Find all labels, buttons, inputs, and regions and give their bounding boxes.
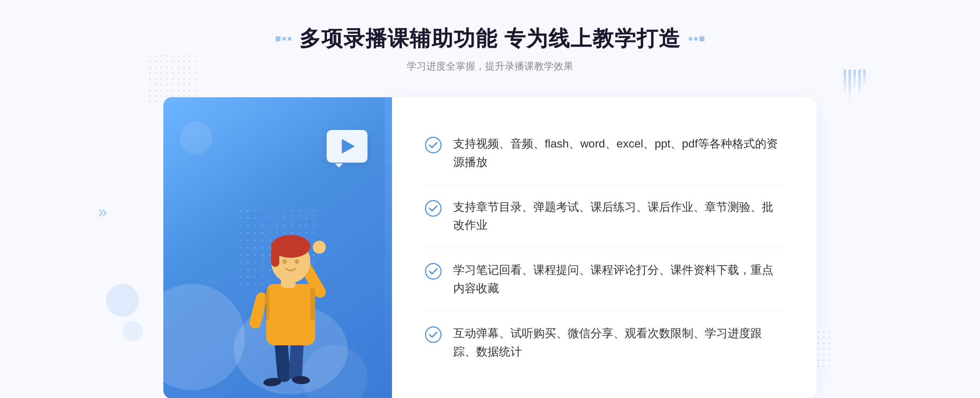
circle-decoration-3	[180, 122, 212, 154]
check-icon-4	[425, 326, 442, 343]
svg-rect-5	[266, 284, 315, 345]
accent-bar	[385, 97, 392, 398]
deco-line-1	[844, 69, 846, 94]
dots-decoration-left	[147, 53, 196, 102]
svg-point-20	[425, 327, 441, 342]
deco-line-2	[849, 69, 851, 102]
feature-item-4: 互动弹幕、试听购买、微信分享、观看次数限制、学习进度跟踪、数据统计	[425, 311, 784, 374]
check-icon-1	[425, 136, 442, 154]
chevron-left-icon: »	[98, 202, 107, 221]
svg-rect-11	[271, 246, 279, 267]
deco-line-4	[858, 69, 861, 98]
main-title: 多项录播课辅助功能 专为线上教学打造	[299, 25, 681, 53]
page-subtitle: 学习进度全掌握，提升录播课教学效果	[276, 60, 704, 73]
svg-point-18	[425, 201, 441, 216]
svg-point-12	[283, 259, 287, 264]
content-area: 支持视频、音频、flash、word、excel、ppt、pdf等各种格式的资源…	[163, 97, 817, 398]
play-bubble	[327, 130, 368, 163]
feature-text-1: 支持视频、音频、flash、word、excel、ppt、pdf等各种格式的资源…	[453, 135, 784, 172]
deco-dot-5	[694, 37, 697, 40]
svg-point-13	[295, 259, 299, 264]
svg-rect-2	[289, 341, 304, 381]
deco-dot-3	[288, 37, 291, 40]
page-container: » 多项录播课辅助功能 专为线上教学打造 学习进度全掌握，提升录播课教学效果	[0, 0, 980, 398]
features-card: 支持视频、音频、flash、word、excel、ppt、pdf等各种格式的资源…	[392, 97, 817, 398]
play-triangle-icon	[342, 139, 355, 154]
feature-text-2: 支持章节目录、弹题考试、课后练习、课后作业、章节测验、批改作业	[453, 198, 784, 235]
feature-text-4: 互动弹幕、试听购买、微信分享、观看次数限制、学习进度跟踪、数据统计	[453, 324, 784, 361]
small-circle-1	[106, 284, 139, 317]
svg-point-19	[425, 264, 441, 279]
illustration-card	[163, 97, 392, 398]
title-decorator-left	[276, 36, 291, 41]
feature-item-1: 支持视频、音频、flash、word、excel、ppt、pdf等各种格式的资源…	[425, 122, 784, 185]
title-row: 多项录播课辅助功能 专为线上教学打造	[276, 25, 704, 53]
check-icon-3	[425, 263, 442, 280]
deco-line-5	[863, 69, 866, 86]
deco-dot-1	[276, 36, 281, 41]
svg-rect-16	[310, 288, 315, 321]
check-icon-2	[425, 200, 442, 217]
deco-dot-2	[283, 37, 286, 40]
svg-point-14	[313, 241, 326, 254]
feature-item-2: 支持章节目录、弹题考试、课后练习、课后作业、章节测验、批改作业	[425, 185, 784, 248]
title-decorator-right	[689, 36, 704, 41]
header-section: 多项录播课辅助功能 专为线上教学打造 学习进度全掌握，提升录播课教学效果	[276, 25, 704, 73]
deco-dot-4	[689, 37, 692, 40]
vertical-lines-decoration	[844, 69, 866, 102]
feature-text-3: 学习笔记回看、课程提问、课程评论打分、课件资料下载，重点内容收藏	[453, 261, 784, 298]
person-illustration	[225, 194, 356, 398]
svg-point-17	[425, 137, 441, 153]
svg-rect-15	[265, 288, 270, 321]
deco-dot-6	[699, 36, 704, 41]
deco-line-3	[853, 69, 856, 90]
feature-item-3: 学习笔记回看、课程提问、课程评论打分、课件资料下载，重点内容收藏	[425, 248, 784, 311]
small-circle-2	[122, 321, 143, 341]
